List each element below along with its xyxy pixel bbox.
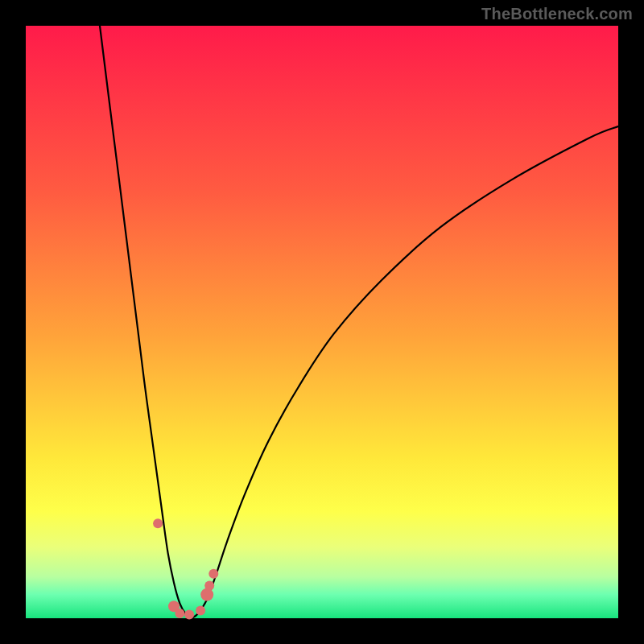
data-point (184, 610, 194, 620)
scatter-points (153, 518, 218, 619)
data-point (208, 569, 218, 579)
data-point (204, 581, 214, 591)
watermark-text: TheBottleneck.com (481, 5, 633, 23)
curve-left-branch (100, 26, 192, 618)
data-point (175, 609, 184, 618)
data-point (153, 518, 163, 528)
curve-layer (26, 26, 618, 618)
data-point (200, 588, 213, 601)
curve-right-branch (192, 126, 618, 618)
data-point (196, 605, 205, 615)
plot-area (26, 26, 618, 618)
